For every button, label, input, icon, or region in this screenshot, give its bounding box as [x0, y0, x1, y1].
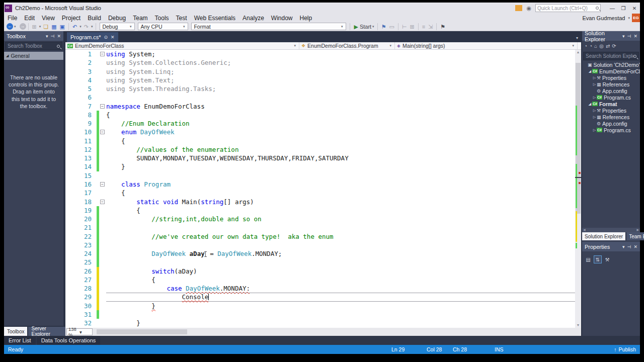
code-line-1[interactable]: 1−using System; — [65, 50, 575, 58]
menu-window[interactable]: Window — [268, 14, 296, 22]
avatar[interactable]: EG — [632, 14, 640, 22]
code-editor[interactable]: 1−using System;2using System.Collections… — [65, 50, 575, 328]
pin-icon[interactable]: ⊙ — [104, 35, 108, 40]
code-line-23[interactable]: 23 — [65, 241, 575, 249]
menu-edit[interactable]: Edit — [21, 14, 38, 22]
collapse-box-icon[interactable]: − — [100, 200, 105, 204]
toolbar-misc4-icon[interactable]: ≡ — [421, 23, 427, 31]
tab-toolbox[interactable]: Toolbox — [4, 327, 27, 336]
solution-explorer-hscrollbar[interactable]: ◀ ▶ — [582, 228, 640, 232]
expander-icon[interactable]: ◢ — [588, 69, 592, 73]
tree-item-format[interactable]: ◢C#Format — [582, 101, 640, 107]
code-line-8[interactable]: 8{ — [65, 111, 575, 119]
solution-platforms-dropdown[interactable]: Any CPU▾ — [138, 23, 188, 30]
scroll-left-icon[interactable]: ◀ — [583, 228, 586, 232]
code-line-11[interactable]: 11 { — [65, 137, 575, 145]
tab-solution-explorer[interactable]: Solution Explorer — [582, 232, 625, 240]
close-button[interactable]: ✕ — [629, 3, 640, 14]
fold-margin[interactable]: − — [99, 102, 106, 111]
editor-zoom-dropdown[interactable]: 138 %▾ — [66, 328, 93, 335]
new-project-icon[interactable]: ⊞ — [31, 23, 38, 31]
navigate-back-dropdown-icon[interactable]: ▾ — [13, 25, 17, 29]
sync-icon[interactable]: ⇄ — [606, 43, 610, 49]
tree-item-references[interactable]: ▷▦References — [582, 81, 640, 87]
project-dropdown[interactable]: C# EnumDemoForClass▾ — [65, 42, 299, 49]
code-line-29[interactable]: 29 Console — [65, 293, 575, 301]
collapse-box-icon[interactable]: − — [100, 104, 105, 109]
navigate-back-icon[interactable]: ← — [7, 23, 13, 30]
expander-icon[interactable]: ▷ — [592, 76, 597, 80]
tree-item-references[interactable]: ▷▦References — [582, 114, 640, 120]
auto-hide-pin-icon[interactable]: ⊣ — [51, 34, 55, 39]
tab-team-explorer[interactable]: Team Explorer — [626, 232, 644, 240]
tree-item-properties[interactable]: ▷⚒Properties — [582, 74, 640, 81]
code-line-22[interactable]: 22 //we've created our own data type! ak… — [65, 232, 575, 241]
code-line-9[interactable]: 9 //Enum Declaration — [65, 119, 575, 128]
window-position-dropdown-icon[interactable]: ▾ — [622, 244, 625, 249]
code-line-5[interactable]: 5using System.Threading.Tasks; — [65, 84, 575, 93]
code-line-26[interactable]: 26 switch(aDay) — [65, 267, 575, 276]
tree-item-app-config[interactable]: ⚙App.config — [582, 120, 640, 127]
menu-analyze[interactable]: Analyze — [239, 14, 268, 22]
code-line-24[interactable]: 24 DayOfWeek aDay = DayOfWeek.MONDAY; — [65, 249, 575, 258]
toolbar-misc1-icon[interactable]: ▭ — [388, 23, 396, 31]
code-line-18[interactable]: 18− static void Main(string[] args) — [65, 198, 575, 206]
code-line-15[interactable]: 15 — [65, 171, 575, 180]
menu-file[interactable]: File — [4, 14, 21, 22]
code-line-32[interactable]: 32 } — [65, 319, 575, 327]
start-debugging-icon[interactable]: ▶ — [352, 23, 359, 31]
code-line-19[interactable]: 19 { — [65, 206, 575, 215]
menu-test[interactable]: Test — [173, 14, 191, 22]
close-icon[interactable]: ✕ — [633, 244, 637, 249]
breakpoints-flag-icon[interactable]: ⚑ — [380, 23, 388, 31]
alphabetical-icon[interactable]: ⇅ — [594, 255, 602, 263]
toolbox-group-general[interactable]: ◢ General — [4, 52, 63, 60]
toolbar-misc3-icon[interactable]: ⊞ — [409, 23, 416, 31]
maximize-button[interactable]: ❐ — [618, 3, 629, 14]
menu-project[interactable]: Project — [58, 14, 84, 22]
minimize-button[interactable]: — — [607, 3, 618, 14]
solution-explorer-search-input[interactable]: Search Solution Explorer (Ct — [583, 52, 639, 60]
startup-projects-dropdown[interactable]: Format▾ — [191, 23, 346, 30]
close-icon[interactable]: ✕ — [111, 35, 115, 40]
code-line-12[interactable]: 12 //values of the enumeration — [65, 145, 575, 154]
expander-icon[interactable]: ▷ — [592, 96, 597, 100]
code-line-4[interactable]: 4using System.Text; — [65, 76, 575, 84]
code-line-2[interactable]: 2using System.Collections.Generic; — [65, 58, 575, 67]
horizontal-scrollbar-thumb[interactable] — [97, 329, 187, 334]
editor-vertical-scrollbar[interactable]: ▲ ▼ — [575, 50, 581, 328]
code-line-14[interactable]: 14 } — [65, 162, 575, 171]
close-icon[interactable]: ✕ — [633, 34, 637, 39]
start-dropdown-icon[interactable]: ▾ — [371, 25, 375, 29]
save-all-icon[interactable]: ▣ — [58, 23, 66, 31]
toolbar-misc5-icon[interactable]: ⇲ — [427, 23, 434, 31]
account-menu[interactable]: Evan Gudmestad ▾ — [582, 14, 631, 22]
close-icon[interactable]: ✕ — [57, 34, 61, 39]
tab-data-tools-operations[interactable]: Data Tools Operations — [37, 336, 101, 345]
scroll-right-icon[interactable]: ▶ — [636, 228, 639, 232]
forward-icon[interactable]: ◔ — [589, 43, 592, 49]
tree-item-app-config[interactable]: ⚙App.config — [582, 87, 640, 94]
menu-build[interactable]: Build — [84, 14, 105, 22]
tree-item-program-cs[interactable]: ▷C#Program.cs — [582, 94, 640, 101]
code-line-25[interactable]: 25 — [65, 258, 575, 266]
fold-margin[interactable]: − — [99, 128, 106, 136]
menu-debug[interactable]: Debug — [105, 14, 129, 22]
code-line-3[interactable]: 3using System.Linq; — [65, 67, 575, 76]
expander-icon[interactable]: ▷ — [592, 115, 597, 119]
code-line-16[interactable]: 16− class Program — [65, 180, 575, 189]
quick-launch-box[interactable]: Quick Launch (Ctrl+Q) — [535, 4, 601, 12]
scroll-up-icon[interactable]: ▲ — [575, 50, 581, 55]
scope-icon[interactable]: ◎ — [599, 43, 604, 49]
tree-item-program-cs[interactable]: ▷C#Program.cs — [582, 127, 640, 133]
code-line-7[interactable]: 7−namespace EnumDemoForClass — [65, 102, 575, 111]
home-icon[interactable]: ⌂ — [594, 43, 597, 49]
bookmark-icon[interactable]: ⚑ — [439, 23, 447, 31]
menu-web-essentials[interactable]: Web Essentials — [191, 14, 239, 22]
code-line-13[interactable]: 13 SUNDAY,MONDAY,TUESDAY,WEDNESDAY,THURS… — [65, 154, 575, 162]
tree-item-enumdemoforclass[interactable]: ◢C#EnumDemoForClass — [582, 68, 640, 74]
tree-item-properties[interactable]: ▷⚒Properties — [582, 107, 640, 114]
tab-overflow-icon[interactable]: ▾ — [576, 36, 581, 42]
code-line-21[interactable]: 21 — [65, 223, 575, 232]
scroll-down-icon[interactable]: ▼ — [575, 323, 581, 328]
